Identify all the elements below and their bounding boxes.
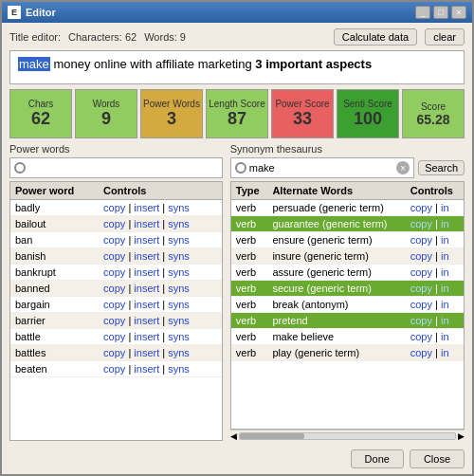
clear-button[interactable]: clear xyxy=(425,28,465,46)
chars-stat-box: Chars 62 xyxy=(9,89,72,138)
insert-syn-link[interactable]: in xyxy=(441,218,449,229)
insert-syn-link[interactable]: in xyxy=(441,266,449,278)
syns-link[interactable]: syns xyxy=(168,315,190,326)
insert-link[interactable]: insert xyxy=(134,331,159,342)
power-word-controls[interactable]: copy | insert | syns xyxy=(99,265,222,281)
power-word-controls[interactable]: copy | insert | syns xyxy=(99,216,222,232)
insert-syn-link[interactable]: in xyxy=(441,234,449,246)
words-value: 9 xyxy=(101,109,111,129)
power-words-search-input[interactable] xyxy=(28,162,218,174)
horizontal-scrollbar[interactable]: ◀ ▶ xyxy=(230,430,465,441)
copy-link[interactable]: copy xyxy=(103,218,125,229)
insert-syn-link[interactable]: in xyxy=(441,202,449,213)
words-stat: Words: 9 xyxy=(144,31,186,43)
power-word-controls[interactable]: copy | insert | syns xyxy=(99,329,222,345)
search-button[interactable]: Search xyxy=(418,160,465,175)
synonym-controls[interactable]: copy | in xyxy=(406,329,464,345)
copy-syn-link[interactable]: copy xyxy=(410,234,432,246)
copy-link[interactable]: copy xyxy=(103,299,125,310)
synonym-search-box[interactable]: × xyxy=(230,157,414,178)
synonym-controls[interactable]: copy | in xyxy=(406,313,464,329)
copy-link[interactable]: copy xyxy=(103,363,125,375)
minimize-button[interactable]: _ xyxy=(415,6,430,19)
copy-syn-link[interactable]: copy xyxy=(410,283,432,294)
copy-link[interactable]: copy xyxy=(103,315,125,326)
syns-link[interactable]: syns xyxy=(168,347,190,358)
synonym-controls[interactable]: copy | in xyxy=(406,248,464,265)
insert-syn-link[interactable]: in xyxy=(441,250,449,262)
copy-syn-link[interactable]: copy xyxy=(410,347,432,358)
power-word-controls[interactable]: copy | insert | syns xyxy=(99,248,222,265)
power-words-search-box[interactable] xyxy=(9,157,223,178)
power-word-controls[interactable]: copy | insert | syns xyxy=(99,200,222,216)
syns-link[interactable]: syns xyxy=(168,250,190,262)
insert-link[interactable]: insert xyxy=(134,202,159,213)
copy-link[interactable]: copy xyxy=(103,331,125,342)
synonym-search-input[interactable] xyxy=(249,162,393,174)
insert-link[interactable]: insert xyxy=(134,283,159,294)
copy-link[interactable]: copy xyxy=(103,250,125,262)
insert-link[interactable]: insert xyxy=(134,363,159,375)
synonym-controls[interactable]: copy | in xyxy=(406,345,464,361)
copy-syn-link[interactable]: copy xyxy=(410,315,432,326)
insert-link[interactable]: insert xyxy=(134,218,159,229)
insert-link[interactable]: insert xyxy=(134,347,159,358)
insert-syn-link[interactable]: in xyxy=(441,331,449,342)
power-word-controls[interactable]: copy | insert | syns xyxy=(99,345,222,361)
scroll-right-arrow[interactable]: ▶ xyxy=(458,431,465,441)
insert-link[interactable]: insert xyxy=(134,266,159,278)
copy-syn-link[interactable]: copy xyxy=(410,299,432,310)
power-word-row: banish copy | insert | syns xyxy=(10,248,222,265)
syns-link[interactable]: syns xyxy=(168,202,190,213)
syns-link[interactable]: syns xyxy=(168,218,190,229)
done-button[interactable]: Done xyxy=(351,449,404,468)
syns-link[interactable]: syns xyxy=(168,283,190,294)
senti-score-label: Senti Score xyxy=(343,99,392,109)
syns-link[interactable]: syns xyxy=(168,266,190,278)
insert-link[interactable]: insert xyxy=(134,250,159,262)
power-word-controls[interactable]: copy | insert | syns xyxy=(99,297,222,313)
synonym-controls[interactable]: copy | in xyxy=(406,281,464,297)
insert-syn-link[interactable]: in xyxy=(441,299,449,310)
scroll-left-arrow[interactable]: ◀ xyxy=(230,431,237,441)
insert-syn-link[interactable]: in xyxy=(441,315,449,326)
syns-link[interactable]: syns xyxy=(168,331,190,342)
copy-syn-link[interactable]: copy xyxy=(410,250,432,262)
synonym-controls[interactable]: copy | in xyxy=(406,232,464,248)
syns-link[interactable]: syns xyxy=(168,234,190,246)
copy-link[interactable]: copy xyxy=(103,347,125,358)
synonym-controls[interactable]: copy | in xyxy=(406,200,464,216)
insert-syn-link[interactable]: in xyxy=(441,283,449,294)
power-word-cell: bankrupt xyxy=(10,265,99,281)
power-word-controls[interactable]: copy | insert | syns xyxy=(99,281,222,297)
synonym-controls[interactable]: copy | in xyxy=(406,265,464,281)
power-word-controls[interactable]: copy | insert | syns xyxy=(99,232,222,248)
close-window-button[interactable]: × xyxy=(451,6,466,19)
score-label: Score xyxy=(421,101,446,112)
clear-search-button[interactable]: × xyxy=(396,161,410,174)
insert-syn-link[interactable]: in xyxy=(441,347,449,358)
maximize-button[interactable]: □ xyxy=(433,6,448,19)
calculate-data-button[interactable]: Calculate data xyxy=(334,28,417,46)
syns-link[interactable]: syns xyxy=(168,299,190,310)
insert-link[interactable]: insert xyxy=(134,315,159,326)
copy-link[interactable]: copy xyxy=(103,202,125,213)
synonym-controls[interactable]: copy | in xyxy=(406,297,464,313)
close-button[interactable]: Close xyxy=(410,449,465,468)
power-word-controls[interactable]: copy | insert | syns xyxy=(99,313,222,329)
synonym-table-container[interactable]: Type Alternate Words Controls verb persu… xyxy=(230,181,465,430)
type-cell: verb xyxy=(231,265,268,281)
copy-link[interactable]: copy xyxy=(103,234,125,246)
syns-link[interactable]: syns xyxy=(168,363,190,375)
power-words-table-container[interactable]: Power word Controls badly copy | insert … xyxy=(9,181,223,441)
copy-link[interactable]: copy xyxy=(103,266,125,278)
insert-link[interactable]: insert xyxy=(134,299,159,310)
copy-syn-link[interactable]: copy xyxy=(410,202,432,213)
copy-syn-link[interactable]: copy xyxy=(410,331,432,342)
insert-link[interactable]: insert xyxy=(134,234,159,246)
copy-syn-link[interactable]: copy xyxy=(410,218,432,229)
power-word-controls[interactable]: copy | insert | syns xyxy=(99,361,222,377)
copy-syn-link[interactable]: copy xyxy=(410,266,432,278)
copy-link[interactable]: copy xyxy=(103,283,125,294)
synonym-controls[interactable]: copy | in xyxy=(406,216,464,232)
